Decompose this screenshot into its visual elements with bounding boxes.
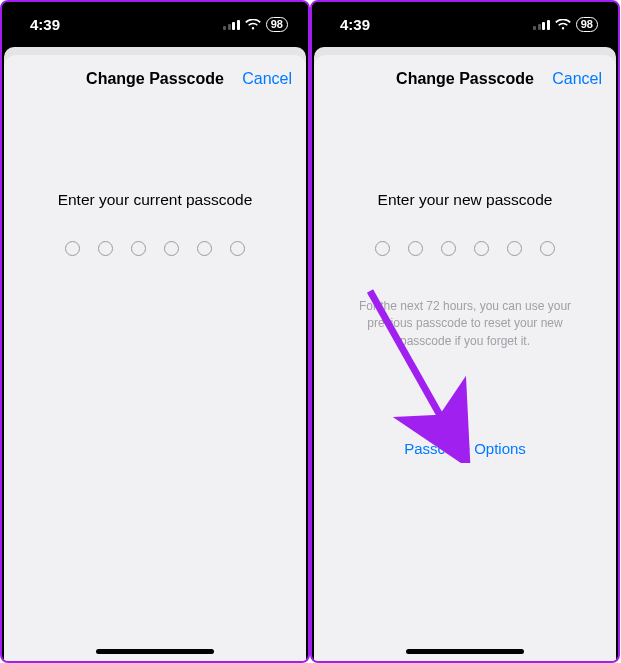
passcode-dot	[441, 241, 456, 256]
passcode-dot	[164, 241, 179, 256]
wifi-icon	[245, 19, 261, 31]
wifi-icon	[555, 19, 571, 31]
content-area: Enter your new passcode For the next 72 …	[314, 103, 616, 661]
passcode-dot	[65, 241, 80, 256]
modal-sheet: Change Passcode Cancel Enter your new pa…	[314, 55, 616, 661]
passcode-dot	[540, 241, 555, 256]
battery-icon: 98	[266, 17, 288, 32]
helper-text: For the next 72 hours, you can use your …	[314, 298, 616, 350]
modal-sheet-backdrop: Change Passcode Cancel Enter your curren…	[4, 47, 306, 661]
phone-screen-left: 4:39 98 Change Passcode Cancel Ent	[0, 0, 310, 663]
cellular-signal-icon	[223, 20, 240, 30]
passcode-input[interactable]	[375, 241, 555, 256]
battery-icon: 98	[576, 17, 598, 32]
status-time: 4:39	[340, 16, 370, 33]
passcode-dot	[131, 241, 146, 256]
nav-title: Change Passcode	[396, 70, 534, 88]
passcode-prompt: Enter your new passcode	[378, 191, 553, 209]
passcode-dot	[474, 241, 489, 256]
status-bar: 4:39 98	[2, 2, 308, 47]
passcode-prompt: Enter your current passcode	[58, 191, 253, 209]
passcode-options-button[interactable]: Passcode Options	[404, 440, 526, 457]
content-area: Enter your current passcode	[4, 103, 306, 661]
passcode-input[interactable]	[65, 241, 245, 256]
nav-bar: Change Passcode Cancel	[4, 55, 306, 103]
passcode-dot	[230, 241, 245, 256]
nav-bar: Change Passcode Cancel	[314, 55, 616, 103]
cancel-button[interactable]: Cancel	[552, 70, 602, 88]
passcode-dot	[197, 241, 212, 256]
cancel-button[interactable]: Cancel	[242, 70, 292, 88]
modal-sheet: Change Passcode Cancel Enter your curren…	[4, 55, 306, 661]
passcode-dot	[408, 241, 423, 256]
status-time: 4:39	[30, 16, 60, 33]
modal-sheet-backdrop: Change Passcode Cancel Enter your new pa…	[314, 47, 616, 661]
home-indicator[interactable]	[406, 649, 524, 654]
passcode-dot	[375, 241, 390, 256]
passcode-dot	[98, 241, 113, 256]
passcode-dot	[507, 241, 522, 256]
status-bar: 4:39 98	[312, 2, 618, 47]
home-indicator[interactable]	[96, 649, 214, 654]
nav-title: Change Passcode	[86, 70, 224, 88]
phone-screen-right: 4:39 98 Change Passcode Cancel Ent	[310, 0, 620, 663]
cellular-signal-icon	[533, 20, 550, 30]
